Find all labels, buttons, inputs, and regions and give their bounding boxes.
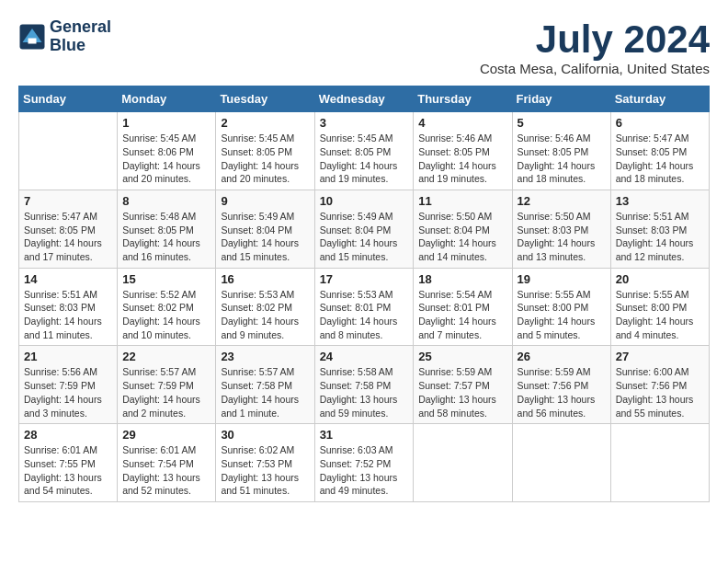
day-cell [610,424,709,502]
day-cell: 15Sunrise: 5:52 AMSunset: 8:02 PMDayligh… [118,268,216,346]
day-info: Sunrise: 5:46 AMSunset: 8:05 PMDaylight:… [418,132,506,186]
week-row-3: 14Sunrise: 5:51 AMSunset: 8:03 PMDayligh… [19,268,710,346]
day-cell: 4Sunrise: 5:46 AMSunset: 8:05 PMDaylight… [414,112,512,190]
day-info: Sunrise: 5:53 AMSunset: 8:01 PMDaylight:… [320,288,409,342]
day-cell: 31Sunrise: 6:03 AMSunset: 7:52 PMDayligh… [314,424,414,502]
day-info: Sunrise: 6:01 AMSunset: 7:55 PMDaylight:… [24,443,112,498]
day-cell: 22Sunrise: 5:57 AMSunset: 7:59 PMDayligh… [118,346,216,424]
day-cell: 3Sunrise: 5:45 AMSunset: 8:05 PMDaylight… [314,112,414,190]
day-cell: 20Sunrise: 5:55 AMSunset: 8:00 PMDayligh… [610,268,709,346]
day-info: Sunrise: 5:56 AMSunset: 7:59 PMDaylight:… [24,365,112,419]
day-number: 11 [418,194,506,208]
day-number: 4 [418,116,506,130]
day-info: Sunrise: 5:49 AMSunset: 8:04 PMDaylight:… [320,210,409,264]
day-cell: 5Sunrise: 5:46 AMSunset: 8:05 PMDaylight… [512,112,610,190]
day-info: Sunrise: 6:00 AMSunset: 7:56 PMDaylight:… [616,365,704,419]
header-day-wednesday: Wednesday [314,86,414,112]
calendar: SundayMondayTuesdayWednesdayThursdayFrid… [18,86,710,502]
day-cell: 1Sunrise: 5:45 AMSunset: 8:06 PMDaylight… [118,112,216,190]
day-info: Sunrise: 5:50 AMSunset: 8:04 PMDaylight:… [418,210,506,264]
day-info: Sunrise: 5:45 AMSunset: 8:06 PMDaylight:… [122,132,210,186]
header-row: SundayMondayTuesdayWednesdayThursdayFrid… [19,86,710,112]
day-number: 18 [418,272,506,286]
day-cell: 18Sunrise: 5:54 AMSunset: 8:01 PMDayligh… [414,268,512,346]
day-cell: 6Sunrise: 5:47 AMSunset: 8:05 PMDaylight… [610,112,709,190]
day-info: Sunrise: 5:47 AMSunset: 8:05 PMDaylight:… [24,210,112,264]
day-info: Sunrise: 5:45 AMSunset: 8:05 PMDaylight:… [221,132,309,186]
day-info: Sunrise: 5:47 AMSunset: 8:05 PMDaylight:… [616,132,704,186]
day-number: 13 [616,194,704,208]
logo: General Blue [18,18,111,55]
day-cell [19,112,118,190]
header-day-thursday: Thursday [414,86,512,112]
day-number: 21 [24,350,112,363]
title-area: July 2024 Costa Mesa, California, United… [480,18,710,76]
day-number: 12 [518,194,606,208]
week-row-5: 28Sunrise: 6:01 AMSunset: 7:55 PMDayligh… [19,424,710,502]
day-cell: 11Sunrise: 5:50 AMSunset: 8:04 PMDayligh… [414,190,512,268]
day-cell: 28Sunrise: 6:01 AMSunset: 7:55 PMDayligh… [19,424,118,502]
day-cell: 7Sunrise: 5:47 AMSunset: 8:05 PMDaylight… [19,190,118,268]
day-cell [414,424,512,502]
logo-line1: General [50,18,111,37]
day-info: Sunrise: 5:54 AMSunset: 8:01 PMDaylight:… [418,288,506,342]
header-day-friday: Friday [512,86,610,112]
day-number: 1 [122,116,210,130]
day-cell: 2Sunrise: 5:45 AMSunset: 8:05 PMDaylight… [216,112,314,190]
day-info: Sunrise: 5:57 AMSunset: 7:59 PMDaylight:… [122,365,210,419]
day-cell: 8Sunrise: 5:48 AMSunset: 8:05 PMDaylight… [118,190,216,268]
day-cell: 10Sunrise: 5:49 AMSunset: 8:04 PMDayligh… [314,190,414,268]
day-cell: 14Sunrise: 5:51 AMSunset: 8:03 PMDayligh… [19,268,118,346]
day-info: Sunrise: 5:55 AMSunset: 8:00 PMDaylight:… [518,288,606,342]
day-info: Sunrise: 5:50 AMSunset: 8:03 PMDaylight:… [518,210,606,264]
day-number: 2 [221,116,309,130]
header-day-saturday: Saturday [610,86,709,112]
week-row-1: 1Sunrise: 5:45 AMSunset: 8:06 PMDaylight… [19,112,710,190]
month-title: July 2024 [480,18,710,61]
day-info: Sunrise: 6:01 AMSunset: 7:54 PMDaylight:… [122,443,210,498]
location: Costa Mesa, California, United States [480,61,710,76]
day-number: 20 [616,272,704,286]
day-info: Sunrise: 5:53 AMSunset: 8:02 PMDaylight:… [221,288,309,342]
day-number: 14 [24,272,112,286]
day-number: 25 [418,350,506,363]
day-info: Sunrise: 5:51 AMSunset: 8:03 PMDaylight:… [24,288,112,342]
svg-rect-2 [28,38,37,43]
day-number: 24 [320,350,409,363]
day-number: 28 [24,428,112,442]
week-row-4: 21Sunrise: 5:56 AMSunset: 7:59 PMDayligh… [19,346,710,424]
logo-line2: Blue [50,37,111,55]
day-number: 8 [122,194,210,208]
day-cell: 21Sunrise: 5:56 AMSunset: 7:59 PMDayligh… [19,346,118,424]
day-cell: 29Sunrise: 6:01 AMSunset: 7:54 PMDayligh… [118,424,216,502]
logo-icon [18,23,46,51]
day-cell: 30Sunrise: 6:02 AMSunset: 7:53 PMDayligh… [216,424,314,502]
day-info: Sunrise: 5:49 AMSunset: 8:04 PMDaylight:… [221,210,309,264]
day-number: 5 [518,116,606,130]
day-info: Sunrise: 5:58 AMSunset: 7:58 PMDaylight:… [320,365,409,419]
day-cell: 23Sunrise: 5:57 AMSunset: 7:58 PMDayligh… [216,346,314,424]
day-cell: 26Sunrise: 5:59 AMSunset: 7:56 PMDayligh… [512,346,610,424]
day-number: 10 [320,194,409,208]
day-info: Sunrise: 5:48 AMSunset: 8:05 PMDaylight:… [122,210,210,264]
day-info: Sunrise: 6:03 AMSunset: 7:52 PMDaylight:… [320,443,409,498]
header-day-monday: Monday [118,86,216,112]
day-number: 30 [221,428,309,442]
day-cell: 13Sunrise: 5:51 AMSunset: 8:03 PMDayligh… [610,190,709,268]
week-row-2: 7Sunrise: 5:47 AMSunset: 8:05 PMDaylight… [19,190,710,268]
day-info: Sunrise: 5:57 AMSunset: 7:58 PMDaylight:… [221,365,309,419]
day-cell [512,424,610,502]
day-info: Sunrise: 5:59 AMSunset: 7:57 PMDaylight:… [418,365,506,419]
header: General Blue July 2024 Costa Mesa, Calif… [18,18,710,76]
day-info: Sunrise: 5:45 AMSunset: 8:05 PMDaylight:… [320,132,409,186]
day-info: Sunrise: 6:02 AMSunset: 7:53 PMDaylight:… [221,443,309,498]
day-number: 27 [616,350,704,363]
day-number: 22 [122,350,210,363]
day-number: 29 [122,428,210,442]
logo-text: General Blue [50,18,111,55]
day-cell: 12Sunrise: 5:50 AMSunset: 8:03 PMDayligh… [512,190,610,268]
day-number: 17 [320,272,409,286]
day-number: 31 [320,428,409,442]
day-info: Sunrise: 5:46 AMSunset: 8:05 PMDaylight:… [518,132,606,186]
day-number: 26 [518,350,606,363]
